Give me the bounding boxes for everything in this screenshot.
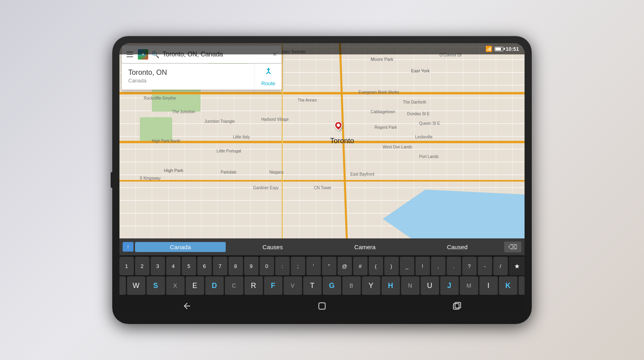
keyboard-delete-button[interactable]: ⌫ bbox=[504, 242, 521, 252]
map-label-skingsway: S Kingsway bbox=[140, 176, 161, 180]
key-R[interactable]: R bbox=[244, 276, 263, 295]
keyboard-shift-button[interactable]: ↑ bbox=[123, 242, 133, 252]
map-pin-dot bbox=[336, 123, 340, 127]
key-3[interactable]: 3 bbox=[151, 257, 165, 275]
nav-bar bbox=[119, 298, 525, 317]
key-W[interactable]: W bbox=[127, 276, 145, 295]
key-X[interactable]: X bbox=[166, 276, 185, 295]
status-time: 10:51 bbox=[506, 46, 519, 52]
key-slash[interactable]: / bbox=[493, 257, 508, 275]
key-rparen[interactable]: ) bbox=[384, 257, 399, 275]
map-park-2 bbox=[140, 117, 172, 141]
key-at[interactable]: @ bbox=[338, 257, 352, 275]
key-C[interactable]: C bbox=[225, 276, 243, 295]
key-star[interactable]: ★ bbox=[509, 257, 525, 275]
svg-rect-2 bbox=[319, 303, 325, 309]
key-M[interactable]: M bbox=[460, 276, 478, 295]
home-button[interactable] bbox=[309, 298, 335, 316]
key-H[interactable]: H bbox=[382, 276, 400, 295]
map-label-queen: Queen St E bbox=[419, 121, 440, 126]
key-quote[interactable]: " bbox=[322, 257, 336, 275]
suggestion-subtitle: Canada bbox=[128, 78, 248, 84]
key-1[interactable]: 1 bbox=[119, 257, 134, 275]
key-period[interactable]: . bbox=[447, 257, 461, 275]
key-E[interactable]: E bbox=[186, 276, 204, 295]
key-K[interactable]: K bbox=[499, 276, 517, 295]
key-7[interactable]: 7 bbox=[213, 257, 227, 275]
autocomplete-word-0[interactable]: Canada bbox=[135, 242, 226, 252]
key-question[interactable]: ? bbox=[462, 257, 477, 275]
road-vertical-2 bbox=[282, 43, 283, 238]
route-button[interactable]: Route bbox=[254, 64, 282, 90]
key-N[interactable]: N bbox=[401, 276, 419, 295]
key-I[interactable]: I bbox=[479, 276, 498, 295]
tablet-screen: 📶 10:51 bbox=[119, 43, 525, 317]
key-lparen[interactable]: ( bbox=[369, 257, 383, 275]
map-label-littleportugal: Little Portugal bbox=[217, 149, 241, 153]
number-row: 1 2 3 4 5 6 7 8 9 0 : ; ' " @ bbox=[122, 257, 522, 275]
key-J[interactable]: J bbox=[440, 276, 459, 295]
key-O[interactable]: O bbox=[519, 276, 525, 295]
tablet-device: 📶 10:51 bbox=[112, 36, 532, 324]
map-label-toronto: Toronto bbox=[330, 137, 354, 145]
map-label-parkdale: Parkdale bbox=[221, 170, 237, 174]
key-F[interactable]: F bbox=[264, 276, 282, 295]
map-label-cabbage: Cabbagetown bbox=[371, 110, 396, 114]
key-0[interactable]: 0 bbox=[260, 257, 274, 275]
key-8[interactable]: 8 bbox=[229, 257, 243, 275]
key-dash[interactable]: - bbox=[478, 257, 492, 275]
map-label-evergreen: Evergreen Brick Works bbox=[358, 90, 399, 94]
map-label-gardiner: Gardiner Expy bbox=[253, 186, 279, 190]
key-B[interactable]: B bbox=[342, 276, 361, 295]
map-label-rockcliffe: Rockcliffe-Smythe bbox=[144, 96, 176, 100]
map-label-portlands: Port Lands bbox=[419, 154, 438, 159]
autocomplete-word-2[interactable]: Camera bbox=[320, 242, 410, 252]
key-9[interactable]: 9 bbox=[244, 257, 258, 275]
back-button[interactable] bbox=[174, 298, 200, 316]
route-icon bbox=[264, 67, 273, 79]
map-container[interactable]: Midtown Toronto Moore Park East York O'C… bbox=[119, 43, 525, 238]
keyboard-rows: 1 2 3 4 5 6 7 8 9 0 : ; ' " @ bbox=[119, 255, 525, 298]
map-label-moore: Moore Park bbox=[371, 57, 394, 62]
recents-button[interactable] bbox=[444, 298, 470, 316]
map-label-junction: The Junction bbox=[172, 110, 195, 114]
key-T[interactable]: T bbox=[303, 276, 322, 295]
map-label-littleitaly: Little Italy bbox=[233, 135, 250, 139]
key-Y[interactable]: Y bbox=[362, 276, 380, 295]
map-pin bbox=[334, 121, 342, 129]
key-V[interactable]: V bbox=[284, 276, 302, 295]
key-5[interactable]: 5 bbox=[182, 257, 196, 275]
key-2[interactable]: 2 bbox=[135, 257, 149, 275]
status-bar: 📶 10:51 bbox=[119, 43, 525, 54]
road-horizontal-3 bbox=[119, 180, 525, 182]
wifi-icon: 📶 bbox=[485, 46, 492, 52]
suggestion-dropdown: Toronto, ON Canada Route bbox=[122, 64, 282, 90]
suggestion-info: Toronto, ON Canada bbox=[122, 64, 254, 90]
key-exclaim[interactable]: ! bbox=[415, 257, 430, 275]
key-U[interactable]: U bbox=[421, 276, 439, 295]
key-S[interactable]: S bbox=[147, 276, 165, 295]
route-label[interactable]: Route bbox=[261, 80, 275, 86]
key-hash[interactable]: # bbox=[353, 257, 368, 275]
autocomplete-word-3[interactable]: Caused bbox=[412, 242, 503, 252]
key-D[interactable]: D bbox=[205, 276, 224, 295]
key-G[interactable]: G bbox=[323, 276, 341, 295]
key-4[interactable]: 4 bbox=[166, 257, 181, 275]
map-label-annex: The Annex bbox=[298, 98, 317, 102]
key-semicolon[interactable]: ; bbox=[291, 257, 305, 275]
map-label-highparknorth: High Park North bbox=[152, 139, 180, 143]
autocomplete-word-1[interactable]: Causes bbox=[227, 242, 318, 252]
key-Z[interactable]: Z bbox=[119, 276, 126, 295]
map-label-dundas: Dundas St E bbox=[407, 112, 429, 116]
key-underscore[interactable]: _ bbox=[400, 257, 414, 275]
key-apostrophe[interactable]: ' bbox=[306, 257, 321, 275]
key-colon[interactable]: : bbox=[275, 257, 290, 275]
map-pin-head bbox=[332, 120, 344, 131]
map-label-eastbayfront: East Bayfront bbox=[350, 172, 374, 176]
keyboard-area: ↑ Canada Causes Camera Caused ⌫ 1 2 3 4 bbox=[119, 238, 525, 317]
map-label-cntower: CN Tower bbox=[314, 186, 332, 190]
key-comma[interactable]: , bbox=[431, 257, 445, 275]
screen-content: Midtown Toronto Moore Park East York O'C… bbox=[119, 43, 525, 317]
map-label-junctiontri: Junction Triangle bbox=[205, 119, 235, 124]
key-6[interactable]: 6 bbox=[197, 257, 212, 275]
